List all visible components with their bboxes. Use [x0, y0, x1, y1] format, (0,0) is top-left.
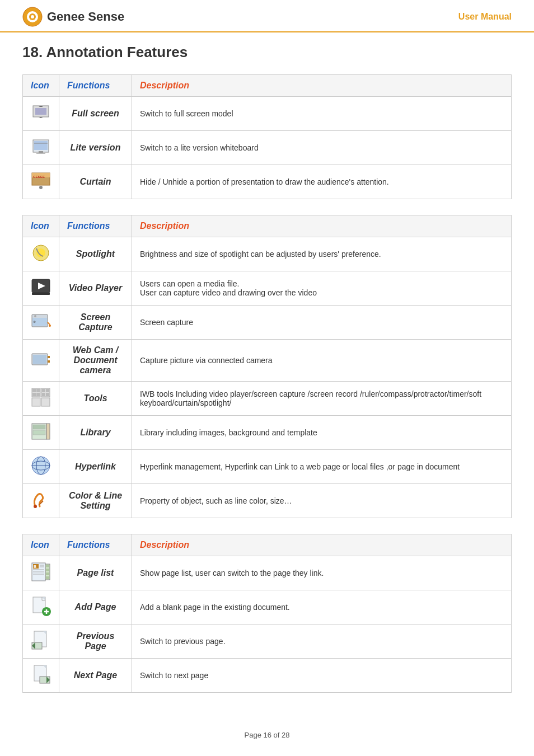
svg-rect-41	[42, 389, 45, 392]
svg-rect-66	[46, 572, 49, 575]
previous-page-icon	[31, 630, 51, 650]
svg-point-27	[49, 325, 51, 327]
svg-rect-37	[32, 389, 36, 392]
svg-point-16	[39, 186, 43, 189]
desc-cell-prevpage: Switch to previous page.	[132, 624, 512, 659]
icon-cell-library	[23, 416, 59, 450]
func-cell-pagelist: Page list	[59, 556, 132, 590]
func-cell-screencapture: Screen Capture	[59, 306, 132, 340]
screen-capture-icon: ⊕	[31, 311, 51, 331]
func-cell-spotlight: Spotlight	[59, 237, 132, 271]
func-cell-lite: Lite version	[59, 131, 132, 165]
desc-cell-webcam: Capture picture via connected camera	[132, 340, 512, 382]
footer: Page 16 of 28	[0, 725, 534, 745]
svg-line-26	[48, 322, 50, 325]
svg-rect-7	[35, 108, 46, 115]
table-row: Video Player Users can open a media file…	[23, 271, 512, 306]
svg-rect-36	[41, 398, 50, 406]
webcam-icon	[31, 349, 51, 369]
svg-point-54	[34, 505, 37, 508]
icon-cell-hyperlink	[23, 450, 59, 484]
desc-cell-hyperlink: Hyperlink management, Hyperlink can Link…	[132, 450, 512, 484]
add-page-icon	[31, 596, 51, 616]
video-player-icon	[31, 277, 51, 297]
icon-cell-addpage	[23, 590, 59, 624]
table3-col-icon: Icon	[23, 534, 59, 556]
table-row: Web Cam / Document camera Capture pictur…	[23, 340, 512, 382]
svg-rect-43	[42, 393, 45, 396]
svg-rect-64	[46, 565, 49, 567]
table2-col-description: Description	[132, 215, 512, 237]
page-title: 18. Annotation Features	[22, 44, 512, 61]
func-cell-webcam: Web Cam / Document camera	[59, 340, 132, 382]
icon-cell-colorline	[23, 484, 59, 518]
table-row: Add Page Add a blank page in the existin…	[23, 590, 512, 624]
table-row: GENEE Curtain Hide / Unhide a portion of…	[23, 165, 512, 199]
svg-rect-35	[32, 398, 40, 406]
color-line-icon	[31, 490, 51, 510]
table-row: Color & Line Setting Property of object,…	[23, 484, 512, 518]
desc-cell-pagelist: Show page list, user can switch to the p…	[132, 556, 512, 590]
logo-icon	[22, 7, 43, 27]
svg-rect-38	[36, 389, 40, 392]
svg-rect-47	[33, 430, 45, 435]
fullscreen-icon	[31, 102, 51, 123]
svg-point-3	[31, 15, 34, 18]
svg-marker-6	[39, 117, 43, 118]
svg-rect-42	[46, 389, 49, 392]
curtain-icon: GENEE	[31, 171, 51, 191]
icon-cell-curtain: GENEE	[23, 165, 59, 199]
table-2: Icon Functions Description Spotlight Bri…	[22, 215, 512, 518]
icon-cell-nextpage	[23, 659, 59, 693]
svg-text:⊕: ⊕	[33, 320, 36, 323]
desc-cell-addpage: Add a blank page in the existing documen…	[132, 590, 512, 624]
desc-cell-tools: IWB tools Including video player/screen …	[132, 382, 512, 416]
table-row: Lite version Switch to a lite version wh…	[23, 131, 512, 165]
desc-cell-fullscreen: Switch to full screen model	[132, 97, 512, 131]
svg-rect-40	[36, 393, 40, 396]
table1-col-icon: Icon	[23, 75, 59, 97]
hyperlink-icon	[31, 456, 51, 476]
main-content: 18. Annotation Features Icon Functions D…	[0, 38, 534, 725]
table-row: B Page list Show page list, user c	[23, 556, 512, 590]
table-row: Library Library including images, backgr…	[23, 416, 512, 450]
desc-cell-curtain: Hide / Unhide a portion of presentation …	[132, 165, 512, 199]
icon-cell-screencapture: ⊕	[23, 306, 59, 340]
func-cell-tools: Tools	[59, 382, 132, 416]
desc-cell-library: Library including images, background and…	[132, 416, 512, 450]
page-number: Page 16 of 28	[245, 731, 290, 739]
svg-rect-30	[33, 355, 46, 364]
table1-col-description: Description	[132, 75, 512, 97]
table-row: Next Page Switch to next page	[23, 659, 512, 693]
table-3: Icon Functions Description B	[22, 534, 512, 693]
header: Genee Sense User Manual	[0, 0, 534, 32]
svg-rect-9	[34, 141, 48, 150]
icon-cell-pagelist: B	[23, 556, 59, 590]
icon-cell-webcam	[23, 340, 59, 382]
table2-col-icon: Icon	[23, 215, 59, 237]
table-row: Tools IWB tools Including video player/s…	[23, 382, 512, 416]
table-row: Hyperlink Hyperlink management, Hyperlin…	[23, 450, 512, 484]
icon-cell-lite	[23, 131, 59, 165]
func-cell-nextpage: Next Page	[59, 659, 132, 693]
logo-area: Genee Sense	[22, 7, 124, 27]
table-row: Previous Page Switch to previous page.	[23, 624, 512, 659]
icon-cell-fullscreen	[23, 97, 59, 131]
svg-text:GENEE: GENEE	[33, 175, 45, 179]
table2-col-functions: Functions	[59, 215, 132, 237]
tools-icon	[31, 387, 51, 407]
svg-rect-44	[46, 393, 49, 396]
table3-col-description: Description	[132, 534, 512, 556]
desc-cell-lite: Switch to a lite version whiteboard	[132, 131, 512, 165]
icon-cell-prevpage	[23, 624, 59, 659]
next-page-icon	[31, 664, 51, 684]
svg-text:B: B	[34, 565, 36, 569]
func-cell-videoplayer: Video Player	[59, 271, 132, 306]
func-cell-addpage: Add Page	[59, 590, 132, 624]
spotlight-icon	[31, 243, 51, 263]
header-right-text: User Manual	[458, 12, 512, 22]
svg-point-24	[34, 315, 36, 317]
svg-rect-22	[32, 293, 50, 295]
table-1: Icon Functions Description Full screen S…	[22, 74, 512, 199]
func-cell-fullscreen: Full screen	[59, 97, 132, 131]
